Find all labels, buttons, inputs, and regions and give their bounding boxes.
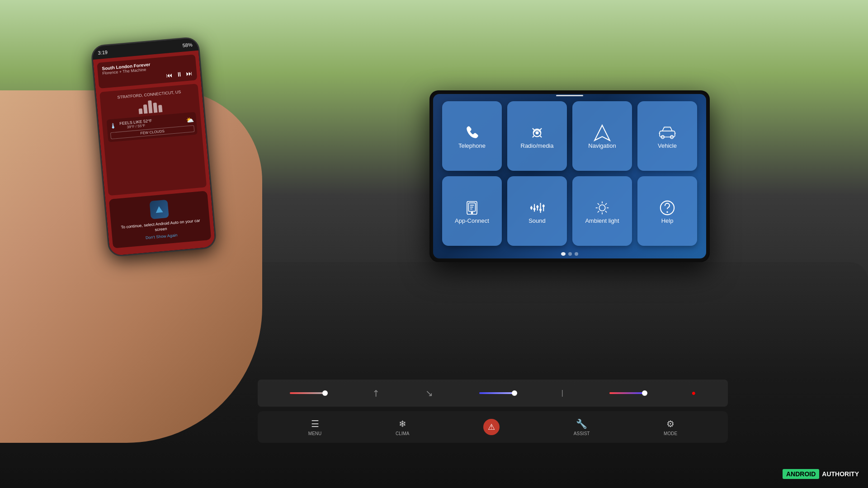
weather-bar-2 [143,104,148,114]
vehicle-icon [658,123,677,142]
help-icon [658,198,677,217]
svg-line-26 [605,203,607,204]
svg-point-14 [530,206,533,209]
weather-info: 🌡 FEELS LIKE 52°F 39°F / 55°F ⛅ FEW CLOU… [106,112,198,142]
hazard-button[interactable]: ⚠ [483,419,500,435]
watermark-android-text: ANDROID [783,469,819,479]
android-auto-icon [149,200,169,219]
navigation-label: Navigation [588,142,616,149]
android-auto-prompt[interactable]: To continue, select Android Auto on your… [109,191,212,249]
car-bottom-buttons: ☰ MENU ❄ CLIMA ⚠ 🔧 ASSIST ⚙ MODE [258,411,728,443]
phone-music-bar[interactable]: South London Forever Florence + The Mach… [97,54,197,89]
assist-label: ASSIST [574,431,590,436]
svg-line-27 [598,211,599,212]
radio-label: Radio/media [521,142,554,149]
menu-item-radio[interactable]: Radio/media [507,101,567,171]
menu-label: MENU [308,431,321,436]
temp-slider-left[interactable] [290,392,326,394]
dot-3[interactable] [575,252,578,256]
mode-icon: ⚙ [666,418,675,429]
climate-sliders: ↗ ↘ | ● [258,380,728,407]
next-icon[interactable]: ⏭ [185,70,192,77]
svg-line-25 [605,211,607,212]
assist-icon: 🔧 [576,418,587,429]
ambientlight-label: Ambient light [585,217,619,224]
menu-item-help[interactable]: Help [637,176,697,246]
clima-label: CLIMA [396,431,410,436]
fan-slider[interactable] [479,392,515,394]
svg-marker-2 [594,125,610,141]
temp-slider-right[interactable] [609,392,646,394]
svg-line-24 [598,203,599,204]
svg-point-17 [539,208,542,211]
phone-frame: 3:19 58% South London Forever Florence +… [90,36,217,257]
menu-item-sound[interactable]: Sound [507,176,567,246]
weather-bar-5 [158,105,162,113]
mode-button[interactable]: ⚙ MODE [664,418,677,436]
ambientlight-icon [593,198,612,217]
phone-time: 3:19 [98,49,108,56]
radio-icon [528,123,547,142]
car-screen: Telephone Radio/media [433,94,706,258]
telephone-icon [462,123,481,142]
svg-point-29 [666,211,668,212]
menu-item-appconnect[interactable]: App-Connect [442,176,502,246]
appconnect-label: App-Connect [455,217,489,224]
pagination-dots [433,249,706,258]
svg-point-8 [471,212,472,213]
appconnect-icon [462,198,481,217]
phone-battery: 58% [182,42,193,48]
prev-icon[interactable]: ⏮ [166,71,173,79]
phone: 3:19 58% South London Forever Florence +… [90,36,217,257]
play-icon[interactable]: ⏸ [176,70,183,78]
android-auto-arrow-icon [156,206,163,213]
dot-2[interactable] [568,252,572,256]
vehicle-label: Vehicle [658,142,677,149]
svg-point-1 [536,131,538,134]
menu-item-telephone[interactable]: Telephone [442,101,502,171]
svg-point-15 [533,208,536,210]
hazard-icon: ⚠ [483,419,500,435]
svg-point-19 [599,205,605,211]
telephone-label: Telephone [458,142,486,149]
car-screen-bezel: Telephone Radio/media [429,90,710,262]
car-menu-grid: Telephone Radio/media [433,97,706,249]
menu-item-navigation[interactable]: Navigation [572,101,632,171]
menu-icon: ☰ [311,418,319,429]
sound-label: Sound [528,217,546,224]
help-label: Help [661,217,674,224]
dot-1[interactable] [561,252,566,256]
phone-weather-card: STRATFORD, CONNECTICUT, US 🌡 FEELS LIKE … [99,84,207,196]
assist-button[interactable]: 🔧 ASSIST [574,418,590,436]
car-screen-wrapper: Telephone Radio/media [429,90,710,262]
weather-bar-1 [139,108,143,114]
svg-point-16 [536,205,538,207]
weather-bar-3 [148,100,152,113]
phone-screen: South London Forever Florence + The Mach… [93,51,216,256]
navigation-icon [593,123,612,142]
svg-point-18 [542,205,545,207]
menu-button[interactable]: ☰ MENU [308,418,321,436]
top-bar-indicator [556,95,583,96]
weather-bar-4 [153,103,158,113]
clima-icon: ❄ [399,418,406,429]
menu-item-vehicle[interactable]: Vehicle [637,101,697,171]
watermark: ANDROID AUTHORITY [783,469,859,479]
clima-button[interactable]: ❄ CLIMA [396,418,410,436]
menu-item-ambientlight[interactable]: Ambient light [572,176,632,246]
sound-icon [528,198,547,217]
watermark-authority-text: AUTHORITY [822,470,859,478]
mode-label: MODE [664,431,677,436]
